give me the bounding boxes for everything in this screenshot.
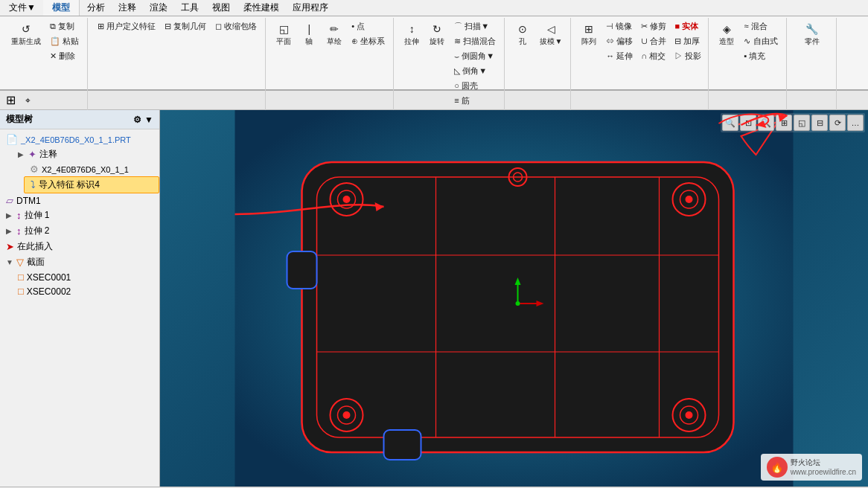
btn-secondary2[interactable]: ⌖ <box>20 93 35 108</box>
btn-axis[interactable]: | 轴 <box>297 19 321 49</box>
btn-part-intent[interactable]: 🔧 零件 <box>800 19 824 49</box>
svg-point-27 <box>516 301 520 306</box>
tree-item-root[interactable]: 📄 _X2_4E0B76D6_X0_1_1.PRT <box>0 132 159 147</box>
watermark-logo: 🔥 <box>767 457 788 478</box>
tree-item-insert[interactable]: ➤ 在此插入 <box>0 239 159 254</box>
btn-regenerate[interactable]: ↺ 重新生成 <box>7 19 45 49</box>
btn-blend[interactable]: ≈ 混合 <box>740 19 781 33</box>
btn-extrude[interactable]: ↕ 拉伸 <box>400 19 424 49</box>
btn-freeform[interactable]: ∿ 自由式 <box>740 34 781 48</box>
xsec0001-label: XSEC0001 <box>27 272 71 283</box>
btn-user-feature[interactable]: ⊞ 用户定义特征 <box>94 19 159 33</box>
menu-analysis[interactable]: 分析 <box>81 0 111 16</box>
btn-rib[interactable]: ≡ 筋 <box>450 94 500 108</box>
svg-point-11 <box>343 196 351 203</box>
tree-item-extrude1[interactable]: ▶ ↕ 拉伸 1 <box>0 208 159 223</box>
menu-file[interactable]: 文件▼ <box>3 0 42 16</box>
ribbon-group-datum: ◱ 平面 | 轴 ✏ 草绘 • 点 ⊕ 坐标系 基准 ▼ <box>267 18 394 121</box>
btn-zoom-fit[interactable]: ⊡ <box>740 115 756 131</box>
menu-render[interactable]: 渲染 <box>144 0 173 16</box>
btn-copy-geom[interactable]: ⊟ 复制几何 <box>161 19 210 33</box>
tree-item-xsec0001[interactable]: □ XSEC0001 <box>12 270 159 284</box>
menu-flexible[interactable]: 柔性建模 <box>237 0 285 16</box>
tree-item-extrude2[interactable]: ▶ ↕ 拉伸 2 <box>0 223 159 239</box>
btn-extend[interactable]: ↔ 延伸 <box>602 49 636 63</box>
xsec0002-label: XSEC0002 <box>27 286 71 297</box>
menu-view[interactable]: 视图 <box>206 0 236 16</box>
btn-merge[interactable]: ∪ 合并 <box>637 34 670 48</box>
btn-fill[interactable]: ▪ 填充 <box>740 49 781 63</box>
btn-thicken[interactable]: ⊟ 加厚 <box>671 34 705 48</box>
extrude1-expand: ▶ <box>6 211 13 219</box>
btn-more[interactable]: … <box>847 115 864 131</box>
dtm1-label: DTM1 <box>16 196 41 206</box>
tree-expand-icon[interactable]: ▼ <box>144 115 153 125</box>
btn-trim[interactable]: ✂ 修剪 <box>637 19 670 33</box>
extrude1-label: 拉伸 1 <box>25 209 50 222</box>
style-icon: ◈ <box>719 22 734 36</box>
btn-coord[interactable]: ⊕ 坐标系 <box>348 34 389 48</box>
btn-view3[interactable]: ⊟ <box>811 115 828 131</box>
btn-paste[interactable]: 📋 粘贴 <box>46 34 83 48</box>
btn-zoom-out[interactable]: 🔍 <box>758 115 774 131</box>
menu-model[interactable]: 模型 <box>43 0 80 16</box>
btn-orient[interactable]: ⟳ <box>829 115 846 131</box>
btn-sketch[interactable]: ✏ 草绘 <box>322 19 346 49</box>
annotation-icon: ✦ <box>28 149 36 160</box>
tree-item-import-feature[interactable]: ⤵ 导入特征 标识4 <box>24 176 159 193</box>
dtm1-icon: ▱ <box>6 195 13 206</box>
left-panel: 模型树 ⚙ ▼ 📄 _X2_4E0B76D6_X0_1_1.PRT ▶ ✦ 注释… <box>0 110 160 487</box>
btn-view2[interactable]: ◱ <box>794 115 810 131</box>
ribbon-group-engineering: ⊙ 孔 ◁ 拔模▼ 工程 ▼ <box>506 18 571 121</box>
btn-chamfer[interactable]: ◺ 倒角▼ <box>450 64 500 78</box>
tree-item-annotation[interactable]: ▶ ✦ 注释 <box>12 147 159 162</box>
btn-hole[interactable]: ⊙ 孔 <box>511 19 534 49</box>
revolve-icon: ↻ <box>430 22 444 36</box>
svg-rect-21 <box>287 251 317 289</box>
btn-view1[interactable]: ⊞ <box>776 115 792 131</box>
btn-plane[interactable]: ◱ 平面 <box>272 19 296 49</box>
tree-settings-icon[interactable]: ⚙ <box>133 115 141 125</box>
menu-tools[interactable]: 工具 <box>175 0 205 16</box>
svg-point-17 <box>343 411 351 419</box>
viewport[interactable]: 🔍 ⊡ 🔍 ⊞ ◱ ⊟ ⟳ … <box>160 110 868 487</box>
tree-item-feature-ref[interactable]: ⚙ X2_4E0B76D6_X0_1_1 <box>24 162 159 176</box>
menu-annotation[interactable]: 注释 <box>112 0 142 16</box>
ribbon-group-surface: ◈ 造型 ≈ 混合 ∿ 自由式 ▪ 填充 曲面 ▼ <box>710 18 786 121</box>
btn-point[interactable]: • 点 <box>348 19 389 33</box>
btn-style[interactable]: ◈ 造型 <box>715 19 738 49</box>
main-area: 模型树 ⚙ ▼ 📄 _X2_4E0B76D6_X0_1_1.PRT ▶ ✦ 注释… <box>0 110 868 487</box>
btn-delete[interactable]: ✕ 删除 <box>46 49 83 63</box>
viewport-canvas: 🔍 ⊡ 🔍 ⊞ ◱ ⊟ ⟳ … <box>160 110 868 487</box>
btn-mirror[interactable]: ⊣ 镜像 <box>602 19 636 33</box>
tree-item-xsec0002[interactable]: □ XSEC0002 <box>12 284 159 298</box>
btn-revolve[interactable]: ↻ 旋转 <box>425 19 449 49</box>
part-svg <box>160 110 868 487</box>
model-tree: 📄 _X2_4E0B76D6_X0_1_1.PRT ▶ ✦ 注释 ⚙ X2_4E… <box>0 129 159 487</box>
btn-fillet[interactable]: ⌣ 倒圆角▼ <box>450 49 500 63</box>
menu-apps[interactable]: 应用程序 <box>287 0 334 16</box>
btn-tree-toggle[interactable]: ⊞ <box>3 93 18 108</box>
btn-solid[interactable]: ■ 实体 <box>671 19 705 33</box>
btn-shrinkwrap[interactable]: ◻ 收缩包络 <box>211 19 261 33</box>
btn-sweep[interactable]: ⌒ 扫描▼ <box>450 19 500 33</box>
btn-project[interactable]: ▷ 投影 <box>671 49 705 63</box>
btn-draft[interactable]: ◁ 拔模▼ <box>536 19 566 49</box>
xsec0001-icon: □ <box>18 272 24 283</box>
model-tree-header: 模型树 ⚙ ▼ <box>0 110 159 129</box>
plane-icon: ◱ <box>276 22 291 36</box>
btn-zoom-in[interactable]: 🔍 <box>722 115 738 131</box>
tree-item-dtm1[interactable]: ▱ DTM1 <box>0 193 159 208</box>
extrude1-icon: ↕ <box>16 210 22 221</box>
btn-pattern[interactable]: ⊞ 阵列 <box>577 19 601 49</box>
btn-copy[interactable]: ⧉ 复制 <box>46 19 83 33</box>
section-icon: ▽ <box>16 257 24 268</box>
btn-sweep-blend[interactable]: ≋ 扫描混合 <box>450 34 500 48</box>
svg-point-14 <box>686 196 693 203</box>
btn-shell[interactable]: ○ 圆壳 <box>450 79 500 93</box>
btn-intersect[interactable]: ∩ 相交 <box>637 49 670 63</box>
watermark: 🔥 野火论坛 www.proewildfire.cn <box>761 454 862 481</box>
tree-item-section[interactable]: ▼ ▽ 截面 <box>0 254 159 270</box>
getdata-buttons: ⊞ 用户定义特征 ⊟ 复制几何 ◻ 收缩包络 <box>94 19 261 108</box>
btn-offset[interactable]: ⇔ 偏移 <box>602 34 636 48</box>
